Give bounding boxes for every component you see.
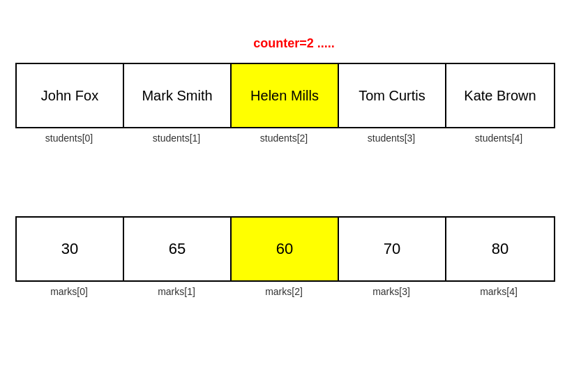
student-label-0: students[0] bbox=[15, 133, 123, 144]
student-cell-0: John Fox bbox=[17, 64, 124, 127]
student-label-2: students[2] bbox=[230, 133, 338, 144]
marks-cell-3: 70 bbox=[339, 218, 446, 280]
marks-section: 3065607080 marks[0]marks[1]marks[2]marks… bbox=[15, 216, 555, 297]
marks-array: 3065607080 bbox=[15, 216, 555, 282]
marks-label-1: marks[1] bbox=[123, 286, 230, 297]
students-section: John FoxMark SmithHelen MillsTom CurtisK… bbox=[15, 63, 555, 144]
student-cell-3: Tom Curtis bbox=[339, 64, 446, 127]
student-label-1: students[1] bbox=[123, 133, 230, 144]
marks-cell-2: 60 bbox=[232, 218, 339, 280]
student-cell-4: Kate Brown bbox=[446, 64, 554, 127]
student-cell-2: Helen Mills bbox=[232, 64, 339, 127]
student-label-4: students[4] bbox=[445, 133, 552, 144]
marks-label-0: marks[0] bbox=[15, 286, 123, 297]
student-label-3: students[3] bbox=[338, 133, 445, 144]
marks-cell-4: 80 bbox=[446, 218, 554, 280]
marks-label-2: marks[2] bbox=[230, 286, 338, 297]
marks-label-4: marks[4] bbox=[445, 286, 552, 297]
marks-cell-0: 30 bbox=[17, 218, 124, 280]
counter-label: counter=2 ..... bbox=[253, 36, 335, 51]
student-cell-1: Mark Smith bbox=[124, 64, 232, 127]
students-array: John FoxMark SmithHelen MillsTom CurtisK… bbox=[15, 63, 555, 128]
marks-cell-1: 65 bbox=[124, 218, 232, 280]
marks-label-3: marks[3] bbox=[338, 286, 445, 297]
